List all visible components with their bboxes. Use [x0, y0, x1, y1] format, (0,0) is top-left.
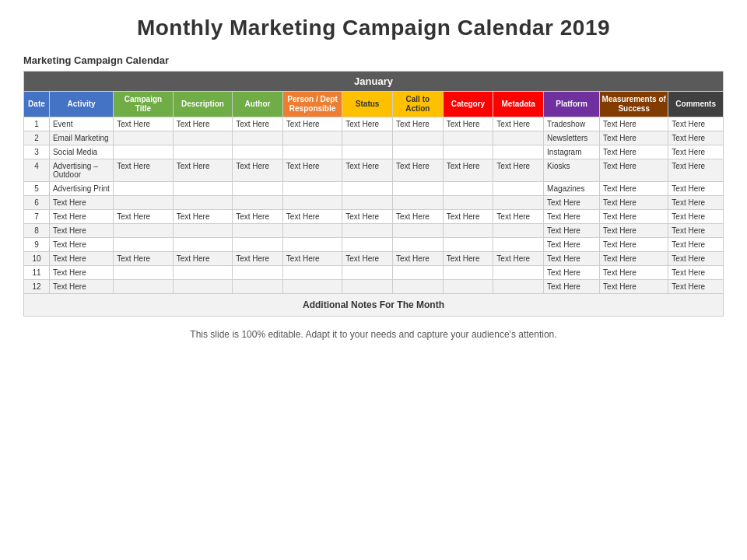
table-row: 10Text HereText HereText HereText HereTe…	[24, 252, 724, 266]
column-header-row: Date Activity Campaign Title Description…	[24, 92, 724, 117]
table-row: 6Text HereText HereText HereText Here	[24, 196, 724, 210]
header-description: Description	[173, 92, 232, 117]
header-metadata: Metadata	[493, 92, 544, 117]
table-row: 12Text HereText HereText HereText Here	[24, 280, 724, 294]
header-status: Status	[342, 92, 393, 117]
table-row: 4Advertising – OutdoorText HereText Here…	[24, 159, 724, 182]
calendar-table: January Date Activity Campaign Title Des…	[23, 71, 724, 317]
header-category: Category	[443, 92, 493, 117]
header-cta: Call to Action	[392, 92, 443, 117]
header-date: Date	[24, 92, 50, 117]
table-row: 8Text HereText HereText HereText Here	[24, 224, 724, 238]
table-row: 2Email MarketingNewslettersText HereText…	[24, 131, 724, 145]
header-measure: Measurements of Success	[600, 92, 668, 117]
table-row: 1EventText HereText HereText HereText He…	[24, 117, 724, 131]
header-author: Author	[233, 92, 283, 117]
month-header-row: January	[24, 72, 724, 92]
month-label: January	[24, 72, 724, 92]
header-activity: Activity	[49, 92, 113, 117]
notes-row: Additional Notes For The Month	[24, 294, 724, 317]
table-row: 5Advertising PrintMagazinesText HereText…	[24, 182, 724, 196]
page-title: Monthly Marketing Campaign Calendar 2019	[23, 16, 724, 40]
header-person: Person / Dept Responsible	[282, 92, 342, 117]
subtitle: Marketing Campaign Calendar	[23, 54, 724, 66]
table-row: 11Text HereText HereText HereText Here	[24, 266, 724, 280]
table-row: 7Text HereText HereText HereText HereTex…	[24, 210, 724, 224]
table-row: 9Text HereText HereText HereText Here	[24, 238, 724, 252]
header-campaign: Campaign Title	[114, 92, 173, 117]
table-row: 3Social MediaInstagramText HereText Here	[24, 145, 724, 159]
footer-text: This slide is 100% editable. Adapt it to…	[23, 329, 724, 340]
header-comments: Comments	[668, 92, 724, 117]
header-platform: Platform	[544, 92, 600, 117]
